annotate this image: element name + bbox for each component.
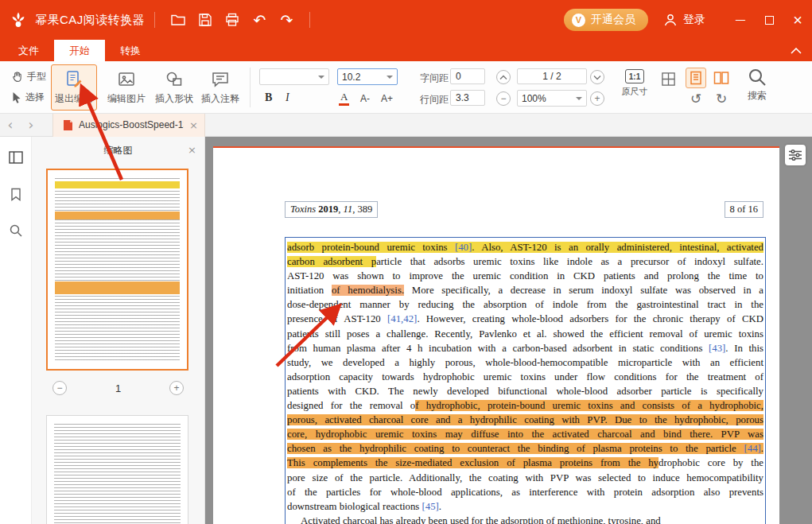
document-tab-title: Auslogics-BoostSpeed-13 (79, 119, 184, 130)
page-thumbnail-1[interactable] (46, 169, 188, 371)
select-tool-label: 选择 (25, 91, 45, 104)
line-spacing-input[interactable]: 3.3 (450, 90, 485, 106)
app-logo-icon (8, 10, 29, 30)
increase-font-button[interactable]: A+ (379, 92, 395, 105)
thumbnail-text-lines (55, 178, 180, 361)
split-view-button[interactable] (659, 69, 678, 88)
text-line: presence of AST-120 [41,42]. However, cr… (287, 312, 763, 326)
tab-close-icon[interactable]: × (189, 119, 198, 131)
thumbnail-panel: 缩略图 × − 1 + (32, 137, 205, 524)
page-thumbnail-2[interactable] (46, 415, 188, 524)
open-file-button[interactable] (165, 6, 192, 33)
italic-button[interactable]: I (282, 91, 293, 105)
font-family-select[interactable] (259, 68, 329, 85)
nav-back-button[interactable]: ‹ (0, 114, 21, 137)
bold-button[interactable]: B (261, 91, 276, 105)
left-icon-strip (0, 137, 32, 524)
char-spacing-input[interactable]: 0 (450, 68, 485, 84)
document-text[interactable]: adsorb protein-bound uremic toxins [40].… (285, 237, 766, 524)
chevron-down-icon (576, 97, 582, 103)
plus-icon: + (594, 94, 600, 103)
nav-forward-button[interactable]: › (21, 114, 41, 137)
rotate-left-button[interactable]: ↺ (690, 92, 701, 106)
line-spacing-label: 行间距 (420, 93, 449, 107)
text-line: dose-dependent manner by reducing the ab… (287, 297, 763, 312)
print-button[interactable] (219, 6, 246, 33)
select-tool-button[interactable]: 选择 (11, 91, 45, 104)
text-line: adsorption capacity towards hydrophobic … (287, 370, 763, 384)
document-viewer[interactable]: Toxins 2019, 11, 389 8 of 16 adsorb prot… (205, 137, 812, 524)
page-header-right[interactable]: 8 of 16 (725, 201, 763, 218)
close-button[interactable]: × (783, 0, 812, 40)
single-page-view-button[interactable] (686, 68, 706, 88)
login-button[interactable]: 登录 (662, 12, 705, 28)
document-tab-bar: ‹ › Auslogics-BoostSpeed-13 × (0, 114, 812, 137)
save-icon (198, 13, 212, 27)
comment-icon (211, 70, 230, 89)
bookmarks-panel-button[interactable] (6, 184, 25, 204)
thumbnail-highlight-orange (55, 212, 180, 219)
thumbnail-highlight-yellow (55, 181, 180, 188)
undo-button[interactable]: ↶ (246, 6, 273, 33)
tab-convert[interactable]: 转换 (105, 40, 156, 61)
hand-tool-button[interactable]: 手型 (11, 70, 46, 83)
edit-image-label: 编辑图片 (107, 92, 146, 106)
text-line: downstream biological reactions [45]. (287, 499, 763, 514)
next-page-button[interactable] (590, 70, 604, 84)
rotate-right-button[interactable]: ↻ (716, 92, 727, 106)
search-panel-button[interactable] (6, 221, 25, 240)
font-size-value: 10.2 (342, 72, 387, 83)
two-page-icon (713, 71, 729, 85)
document-icon (63, 119, 73, 131)
document-tab[interactable]: Auslogics-BoostSpeed-13 × (52, 114, 205, 137)
zoom-select[interactable]: 100% (517, 90, 587, 107)
zoom-out-button[interactable]: − (496, 91, 511, 106)
collapse-ribbon-button[interactable] (788, 44, 804, 58)
text-line: chosen as the hydrophilic coating to cou… (287, 441, 763, 456)
text-line: adsorb protein-bound uremic toxins [40].… (287, 240, 763, 254)
decrease-font-button[interactable]: A- (358, 92, 372, 105)
title-bar: 幂果CAJ阅读转换器 ↶ ↷ V 开通会员 登录 — × (0, 0, 812, 40)
thumbnail-panel-header: 缩略图 × (32, 137, 204, 164)
zoom-in-button[interactable]: + (590, 91, 604, 106)
original-size-button[interactable]: 1:1 原尺寸 (617, 69, 652, 98)
tab-start[interactable]: 开始 (54, 40, 105, 61)
insert-shape-button[interactable]: 插入形状 (151, 64, 197, 111)
shapes-icon (165, 70, 184, 89)
text-line: pore size of the particle. Additionally,… (287, 471, 763, 485)
minimize-icon: — (736, 14, 745, 25)
insert-note-button[interactable]: 插入注释 (197, 64, 243, 111)
exit-edit-button[interactable]: 退出编辑 (51, 64, 97, 111)
page-indicator-input[interactable]: 1 / 2 (517, 68, 587, 84)
font-size-select[interactable]: 10.2 (337, 68, 398, 85)
titlebar-separator (154, 12, 155, 28)
view-settings-button[interactable] (785, 145, 806, 165)
font-color-button[interactable]: A (339, 91, 349, 106)
thumbnail-zoom-in-button[interactable]: + (169, 381, 184, 395)
two-page-view-button[interactable] (711, 68, 732, 88)
text-line: carbon adsorbent particle that adsorbs u… (287, 254, 763, 269)
minimize-button[interactable]: — (726, 0, 755, 40)
thumbnail-text-lines (54, 424, 181, 524)
menu-tab-row: 文件 开始 转换 (0, 40, 812, 61)
vip-membership-button[interactable]: V 开通会员 (564, 9, 648, 31)
search-button[interactable]: 搜索 (740, 67, 775, 103)
thumbnails-panel-button[interactable] (6, 148, 25, 167)
exit-edit-icon (64, 70, 84, 89)
redo-button[interactable]: ↷ (273, 6, 300, 33)
zoom-value: 100% (522, 93, 576, 104)
redo-icon: ↷ (280, 11, 293, 29)
page-header-left[interactable]: Toxins 2019, 11, 389 (285, 201, 378, 218)
edit-image-button[interactable]: 编辑图片 (103, 64, 150, 111)
previous-page-button[interactable] (496, 70, 511, 84)
save-button[interactable] (192, 6, 219, 33)
maximize-button[interactable] (755, 0, 783, 40)
image-icon (117, 70, 136, 89)
panel-close-icon[interactable]: × (188, 144, 196, 156)
pdf-page: Toxins 2019, 11, 389 8 of 16 adsorb prot… (213, 146, 779, 524)
vip-crown-icon: V (572, 14, 585, 27)
exit-edit-label: 退出编辑 (55, 92, 93, 106)
tab-file[interactable]: 文件 (3, 40, 54, 61)
text-line: designed for the removal of hydrophobic,… (287, 398, 763, 413)
thumbnail-pager: − 1 + (32, 380, 204, 396)
